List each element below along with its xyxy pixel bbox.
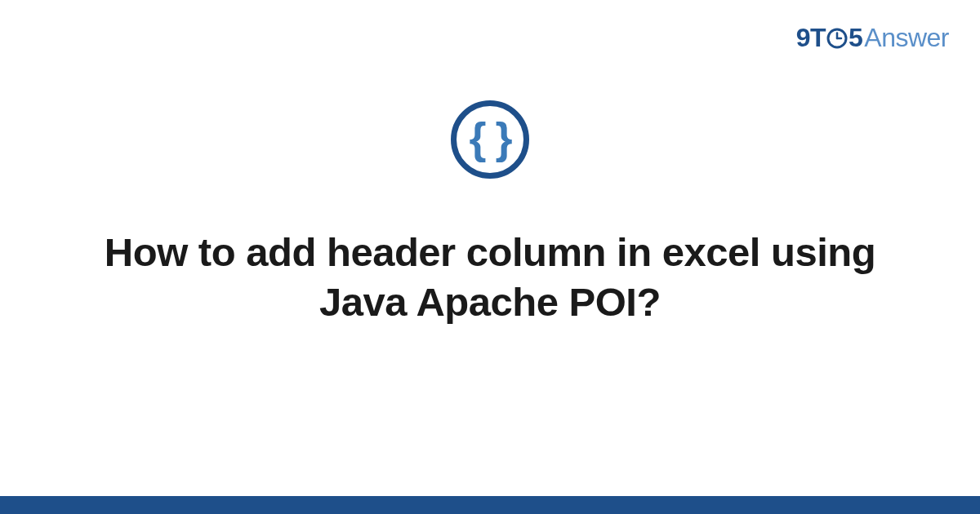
braces-icon: { }	[469, 116, 510, 160]
footer-bar	[0, 496, 980, 514]
code-badge-icon: { }	[451, 100, 529, 179]
brand-nine: 9	[796, 23, 810, 53]
header: 9 T 5 Answer	[0, 0, 980, 53]
brand-answer: Answer	[864, 23, 949, 53]
clock-icon	[826, 28, 848, 49]
brand-logo: 9 T 5 Answer	[796, 23, 949, 53]
page-root: 9 T 5 Answer { } How to add header colum…	[0, 0, 980, 514]
brand-five: 5	[849, 23, 862, 53]
brand-t: T	[810, 23, 826, 53]
main-content: { } How to add header column in excel us…	[0, 53, 980, 514]
page-title: How to add header column in excel using …	[57, 228, 923, 328]
